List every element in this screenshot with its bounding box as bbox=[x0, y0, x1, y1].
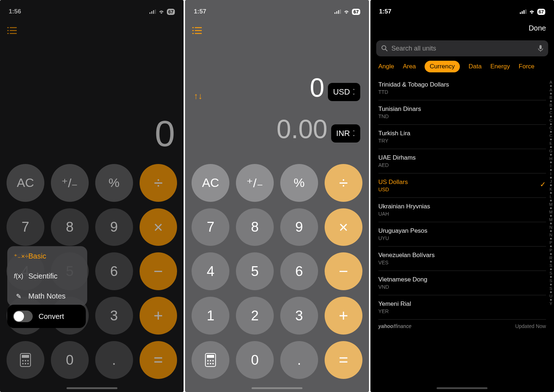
unit-row[interactable]: Venezuelan BolívarsVES bbox=[378, 247, 546, 271]
to-currency-selector[interactable]: INR ⌃⌄ bbox=[331, 124, 360, 143]
key-divide[interactable]: ÷ bbox=[325, 164, 362, 202]
unit-row[interactable]: Yemeni RialYER bbox=[378, 295, 546, 320]
key-subtract[interactable]: − bbox=[140, 252, 177, 290]
index-letter[interactable]: N bbox=[549, 233, 552, 237]
key-4[interactable]: 4 bbox=[192, 252, 229, 290]
unit-row[interactable]: Vietnamese DongVND bbox=[378, 271, 546, 295]
mic-icon[interactable] bbox=[538, 45, 543, 52]
alpha-index[interactable]: AABBCCCCEGHIIJKLMMMNNPPRSSSSUY bbox=[549, 80, 553, 306]
mode-math-notes[interactable]: ✎ Math Notes bbox=[7, 286, 87, 306]
key-sign[interactable]: ⁺/₋ bbox=[236, 164, 274, 202]
key-6[interactable]: 6 bbox=[95, 252, 133, 290]
history-icon[interactable] bbox=[7, 27, 17, 36]
index-letter[interactable]: Y bbox=[550, 301, 552, 306]
index-letter[interactable]: N bbox=[549, 225, 552, 229]
key-0[interactable]: 0 bbox=[51, 341, 89, 379]
key-subtract[interactable]: − bbox=[325, 252, 362, 290]
tab-energy[interactable]: Energy bbox=[490, 63, 510, 70]
index-letter[interactable]: S bbox=[550, 279, 552, 283]
index-letter[interactable]: J bbox=[550, 179, 552, 184]
index-letter[interactable]: P bbox=[550, 248, 552, 252]
index-letter[interactable]: R bbox=[549, 256, 552, 260]
done-button[interactable]: Done bbox=[529, 24, 546, 32]
key-decimal[interactable]: . bbox=[95, 341, 133, 379]
key-equals[interactable]: = bbox=[140, 341, 177, 379]
index-letter[interactable]: C bbox=[549, 118, 552, 123]
tab-area[interactable]: Area bbox=[403, 63, 416, 70]
key-multiply[interactable]: × bbox=[325, 208, 362, 246]
unit-row[interactable]: Trinidad & Tobago DollarsTTD bbox=[378, 76, 546, 100]
index-letter[interactable]: M bbox=[549, 217, 553, 222]
key-calc-icon[interactable] bbox=[192, 341, 229, 379]
tab-force[interactable]: Force bbox=[519, 63, 534, 70]
index-letter[interactable]: M bbox=[549, 210, 553, 214]
index-letter[interactable]: G bbox=[549, 149, 553, 153]
key-6[interactable]: 6 bbox=[280, 252, 318, 290]
index-letter[interactable]: B bbox=[550, 103, 552, 107]
index-letter[interactable]: A bbox=[550, 80, 552, 84]
index-letter[interactable]: P bbox=[550, 240, 552, 245]
key-8[interactable]: 8 bbox=[236, 208, 274, 246]
key-ac[interactable]: AC bbox=[7, 164, 44, 202]
tab-currency[interactable]: Currency bbox=[425, 61, 460, 72]
key-3[interactable]: 3 bbox=[95, 297, 133, 335]
index-letter[interactable]: M bbox=[549, 202, 553, 207]
unit-row[interactable]: US DollarsUSD bbox=[378, 173, 546, 198]
home-indicator[interactable] bbox=[437, 387, 487, 389]
index-letter[interactable]: A bbox=[550, 88, 552, 92]
home-indicator[interactable] bbox=[67, 387, 117, 389]
unit-list[interactable]: Trinidad & Tobago DollarsTTDTunisian Din… bbox=[370, 76, 554, 320]
history-icon[interactable] bbox=[192, 27, 202, 36]
search-input[interactable]: Search all units bbox=[376, 40, 548, 56]
index-letter[interactable]: L bbox=[550, 195, 552, 199]
category-tabs[interactable]: Angle Area Currency Data Energy Force bbox=[370, 61, 554, 76]
index-letter[interactable]: I bbox=[550, 172, 551, 176]
unit-row[interactable]: Turkish LiraTRY bbox=[378, 125, 546, 149]
convert-toggle-row[interactable]: Convert bbox=[7, 305, 86, 328]
index-letter[interactable]: C bbox=[549, 111, 552, 115]
index-letter[interactable]: H bbox=[549, 156, 552, 161]
index-letter[interactable]: C bbox=[549, 126, 552, 130]
index-letter[interactable]: S bbox=[550, 286, 552, 291]
tab-data[interactable]: Data bbox=[469, 63, 482, 70]
home-indicator[interactable] bbox=[252, 387, 302, 389]
tab-angle[interactable]: Angle bbox=[378, 63, 394, 70]
index-letter[interactable]: U bbox=[549, 294, 552, 298]
key-9[interactable]: 9 bbox=[95, 208, 133, 246]
key-8[interactable]: 8 bbox=[51, 208, 89, 246]
index-letter[interactable]: S bbox=[550, 263, 552, 268]
key-9[interactable]: 9 bbox=[280, 208, 318, 246]
key-7[interactable]: 7 bbox=[7, 208, 44, 246]
mode-basic[interactable]: ⁺₋×÷ Basic bbox=[7, 246, 87, 266]
index-letter[interactable]: B bbox=[550, 95, 552, 100]
key-multiply[interactable]: × bbox=[140, 208, 177, 246]
key-2[interactable]: 2 bbox=[236, 297, 274, 335]
key-1[interactable]: 1 bbox=[192, 297, 229, 335]
toggle-switch[interactable] bbox=[13, 311, 33, 322]
key-0[interactable]: 0 bbox=[236, 341, 274, 379]
from-currency-selector[interactable]: USD ⌃⌄ bbox=[328, 83, 360, 101]
unit-row[interactable]: UAE DirhamsAED bbox=[378, 149, 546, 173]
key-percent[interactable]: % bbox=[95, 164, 133, 202]
key-equals[interactable]: = bbox=[325, 341, 362, 379]
key-add[interactable]: + bbox=[325, 297, 362, 335]
index-letter[interactable]: K bbox=[550, 187, 552, 191]
mode-scientific[interactable]: f(x) Scientific bbox=[7, 266, 87, 286]
key-decimal[interactable]: . bbox=[280, 341, 318, 379]
index-letter[interactable]: E bbox=[550, 141, 552, 145]
index-letter[interactable]: S bbox=[550, 271, 552, 275]
index-letter[interactable]: I bbox=[550, 164, 551, 168]
key-calc-icon[interactable] bbox=[7, 341, 44, 379]
key-sign[interactable]: ⁺/₋ bbox=[51, 164, 89, 202]
unit-row[interactable]: Uruguayan PesosUYU bbox=[378, 222, 546, 247]
index-letter[interactable]: C bbox=[549, 133, 552, 138]
key-percent[interactable]: % bbox=[280, 164, 318, 202]
unit-row[interactable]: Tunisian DinarsTND bbox=[378, 100, 546, 125]
key-3[interactable]: 3 bbox=[280, 297, 318, 335]
unit-row[interactable]: Ukrainian HryvniasUAH bbox=[378, 198, 546, 222]
key-ac[interactable]: AC bbox=[192, 164, 229, 202]
key-divide[interactable]: ÷ bbox=[140, 164, 177, 202]
key-add[interactable]: + bbox=[140, 297, 177, 335]
key-7[interactable]: 7 bbox=[192, 208, 229, 246]
key-5[interactable]: 5 bbox=[236, 252, 274, 290]
